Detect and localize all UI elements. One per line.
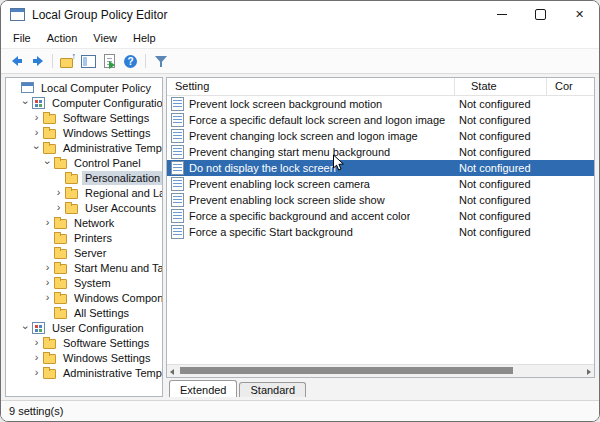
tree-item-local-computer-policy[interactable]: Local Computer Policy [6, 80, 162, 95]
folder-icon [42, 351, 57, 364]
setting-name-cell: Prevent changing start menu background [167, 145, 455, 159]
menu-view[interactable]: View [85, 30, 125, 46]
chevron-right-icon[interactable] [31, 337, 42, 348]
filter-icon[interactable] [151, 52, 170, 71]
folder-icon [53, 261, 68, 274]
tree-item-start-menu-and-taskba[interactable]: Start Menu and Taskba [6, 260, 162, 275]
list-header: Setting State Cor [167, 78, 594, 96]
setting-row-prevent-enabling-lock-screen-slide-show[interactable]: Prevent enabling lock screen slide showN… [167, 192, 594, 208]
chevron-down-icon[interactable] [42, 157, 53, 168]
policy-setting-icon [171, 193, 184, 207]
tree-item-software-settings[interactable]: Software Settings [6, 335, 162, 350]
tree-item-windows-settings[interactable]: Windows Settings [6, 350, 162, 365]
setting-state: Not configured [455, 178, 547, 190]
tree-item-label: System [71, 276, 114, 290]
export-list-icon[interactable] [100, 52, 119, 71]
setting-row-prevent-enabling-lock-screen-camera[interactable]: Prevent enabling lock screen cameraNot c… [167, 176, 594, 192]
setting-name-cell: Prevent changing lock screen and logon i… [167, 129, 455, 143]
chevron-right-icon[interactable] [42, 217, 53, 228]
tree-item-windows-settings[interactable]: Windows Settings [6, 125, 162, 140]
menu-action[interactable]: Action [39, 30, 86, 46]
tree-item-administrative-templates[interactable]: Administrative Templates [6, 365, 162, 380]
folder-icon [53, 291, 68, 304]
tree-item-network[interactable]: Network [6, 215, 162, 230]
setting-name: Prevent enabling lock screen camera [189, 178, 370, 190]
chevron-right-icon[interactable] [42, 262, 53, 273]
setting-state: Not configured [455, 130, 547, 142]
column-header-state[interactable]: State [455, 78, 547, 95]
tree-item-label: Computer Configuration [49, 96, 162, 110]
chevron-down-icon[interactable] [20, 322, 31, 333]
horizontal-scrollbar[interactable] [167, 364, 594, 377]
setting-name: Prevent lock screen background motion [189, 98, 382, 110]
tree-item-server[interactable]: Server [6, 245, 162, 260]
folder-icon [42, 126, 57, 139]
tree-item-label: Local Computer Policy [38, 81, 154, 95]
setting-row-do-not-display-the-lock-screen[interactable]: Do not display the lock screenNot config… [167, 160, 594, 176]
maximize-icon [535, 9, 546, 20]
setting-row-prevent-changing-start-menu-background[interactable]: Prevent changing start menu backgroundNo… [167, 144, 594, 160]
tree-item-control-panel[interactable]: Control Panel [6, 155, 162, 170]
back-icon[interactable] [7, 52, 26, 71]
chevron-right-icon[interactable] [42, 277, 53, 288]
tree-item-label: Software Settings [60, 111, 152, 125]
tree-item-windows-components[interactable]: Windows Components [6, 290, 162, 305]
tree-item-system[interactable]: System [6, 275, 162, 290]
tree-item-printers[interactable]: Printers [6, 230, 162, 245]
main-area: Local Computer PolicyComputer Configurat… [1, 74, 599, 400]
tree-item-regional-and-lang[interactable]: Regional and Lang [6, 185, 162, 200]
config-icon [31, 321, 46, 334]
forward-icon[interactable] [28, 52, 47, 71]
chevron-right-icon[interactable] [53, 187, 64, 198]
policy-setting-icon [171, 177, 184, 191]
folder-icon [64, 201, 79, 214]
chevron-right-icon[interactable] [31, 367, 42, 378]
column-header-comment[interactable]: Cor [547, 78, 594, 95]
tree-item-label: User Configuration [49, 321, 147, 335]
setting-row-force-a-specific-default-lock-screen-and-logon-image[interactable]: Force a specific default lock screen and… [167, 112, 594, 128]
horizontal-scrollbar-thumb[interactable] [180, 367, 513, 374]
tree-item-software-settings[interactable]: Software Settings [6, 110, 162, 125]
setting-name-cell: Do not display the lock screen [167, 161, 455, 175]
status-text: 9 setting(s) [9, 405, 63, 417]
minimize-button[interactable] [482, 1, 521, 28]
chevron-right-icon[interactable] [42, 292, 53, 303]
show-console-tree-icon[interactable] [79, 52, 98, 71]
chevron-down-icon[interactable] [31, 142, 42, 153]
menu-help[interactable]: Help [125, 30, 164, 46]
close-button[interactable] [560, 1, 599, 28]
tree-item-administrative-templates[interactable]: Administrative Templates [6, 140, 162, 155]
chevron-right-icon[interactable] [31, 127, 42, 138]
setting-row-prevent-changing-lock-screen-and-logon-image[interactable]: Prevent changing lock screen and logon i… [167, 128, 594, 144]
setting-row-force-a-specific-background-and-accent-color[interactable]: Force a specific background and accent c… [167, 208, 594, 224]
tree-item-user-accounts[interactable]: User Accounts [6, 200, 162, 215]
tree-item-label: Administrative Templates [60, 141, 162, 155]
maximize-button[interactable] [521, 1, 560, 28]
policy-setting-icon [171, 225, 184, 239]
console-tree: Local Computer PolicyComputer Configurat… [5, 77, 163, 397]
tree-item-label: Windows Settings [60, 126, 153, 140]
folder-icon [53, 276, 68, 289]
help-icon[interactable] [121, 52, 140, 71]
chevron-down-icon[interactable] [20, 97, 31, 108]
up-one-level-icon[interactable] [58, 52, 77, 71]
menu-file[interactable]: File [5, 30, 39, 46]
tree-item-label: Server [71, 246, 109, 260]
tree-item-user-configuration[interactable]: User Configuration [6, 320, 162, 335]
setting-row-force-a-specific-start-background[interactable]: Force a specific Start backgroundNot con… [167, 224, 594, 240]
results-pane: Setting State Cor Prevent lock screen ba… [166, 77, 595, 378]
chevron-right-icon[interactable] [53, 202, 64, 213]
folder-icon [42, 141, 57, 154]
titlebar[interactable]: Local Group Policy Editor [1, 1, 599, 28]
setting-state: Not configured [455, 146, 547, 158]
tab-standard[interactable]: Standard [239, 382, 306, 397]
tree-item-all-settings[interactable]: All Settings [6, 305, 162, 320]
tree-item-computer-configuration[interactable]: Computer Configuration [6, 95, 162, 110]
tab-extended[interactable]: Extended [169, 380, 237, 397]
chevron-right-icon[interactable] [31, 352, 42, 363]
tree-item-personalization[interactable]: Personalization [6, 170, 162, 185]
setting-name: Force a specific Start background [189, 226, 353, 238]
setting-row-prevent-lock-screen-background-motion[interactable]: Prevent lock screen background motionNot… [167, 96, 594, 112]
chevron-right-icon[interactable] [31, 112, 42, 123]
column-header-setting[interactable]: Setting [167, 78, 455, 95]
